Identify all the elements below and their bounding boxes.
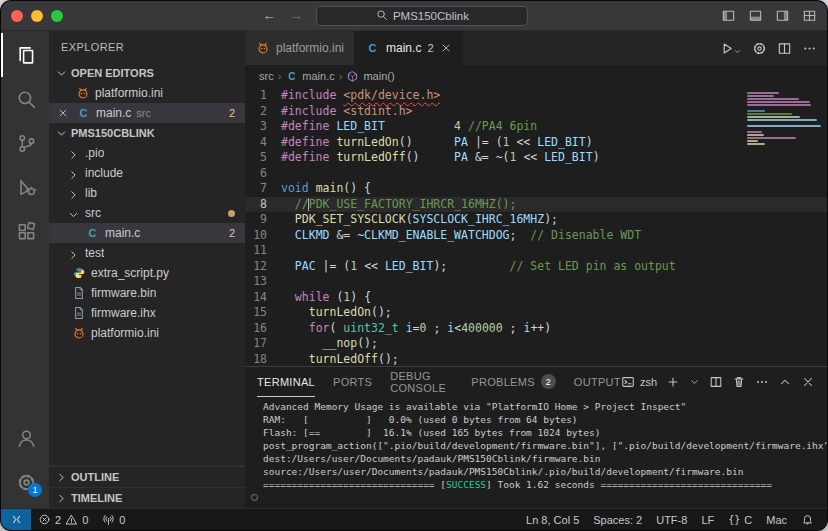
code-line-2[interactable]: 2 #include <stdint.h> [245,104,827,120]
line-number[interactable]: 16 [245,321,281,337]
activity-extensions-button[interactable] [1,209,49,253]
activity-source-control-button[interactable] [1,121,49,165]
tab-main.c[interactable]: C main.c 2 [355,31,462,65]
code-line-1[interactable]: 1 #include <pdk/device.h> [245,88,827,104]
toggle-secondary-sidebar-button[interactable] [775,8,790,23]
activity-settings-button[interactable]: 1 [1,460,49,504]
timeline-section[interactable]: TIMELINE [49,487,245,508]
code-line-10[interactable]: 10 CLKMD &= ~CLKMD_ENABLE_WATCHDOG; // D… [245,228,827,244]
ports-status[interactable]: 0 [95,509,132,530]
code-line-6[interactable]: 6 [245,166,827,182]
code-line-18[interactable]: 18 turnLedOff(); [245,352,827,367]
panel-tab-ports[interactable]: PORTS [333,367,372,397]
line-number[interactable]: 18 [245,352,281,367]
kill-terminal-button[interactable] [732,375,746,389]
line-number[interactable]: 13 [245,274,281,290]
line-number[interactable]: 10 [245,228,281,244]
minimize-window-button[interactable] [31,10,43,22]
line-number[interactable]: 9 [245,212,281,228]
tree-item-extra_script.py[interactable]: extra_script.py [49,263,245,283]
tree-item-include[interactable]: include [49,163,245,183]
back-button[interactable]: ← [262,8,275,23]
run-file-button[interactable] [720,41,742,56]
forward-button[interactable]: → [289,8,302,23]
breadcrumb-main.c[interactable]: Cmain.c [285,70,334,83]
close-panel-button[interactable] [801,375,815,389]
panel-tab-debug-console[interactable]: DEBUG CONSOLE [390,367,453,397]
zoom-window-button[interactable] [51,10,63,22]
line-number[interactable]: 4 [245,135,281,151]
line-number[interactable]: 17 [245,336,281,352]
project-root[interactable]: PMS150CBLINK [49,123,245,143]
keymap[interactable]: Mac [759,509,794,530]
open-editor-platformio.ini[interactable]: platformio.ini [49,83,245,103]
code-line-17[interactable]: 17 __nop(); [245,336,827,352]
breadcrumb-src[interactable]: src [259,70,274,82]
close-window-button[interactable] [11,10,23,22]
problems-status[interactable]: 2 0 [31,509,95,530]
activity-account-button[interactable] [1,416,49,460]
customize-layout-button[interactable] [802,8,817,23]
tree-item-main.c[interactable]: C main.c 2 [49,223,245,243]
split-editor-button[interactable] [777,41,792,56]
activity-search-button[interactable] [1,77,49,121]
tree-item-firmware.ihx[interactable]: firmware.ihx [49,303,245,323]
terminal-prompt[interactable]: (base) user@Mac-Book-Pro-16 PMS150Cblink… [263,491,819,508]
line-number[interactable]: 11 [245,243,281,259]
line-number[interactable]: 12 [245,259,281,275]
line-number[interactable]: 7 [245,181,281,197]
code-line-12[interactable]: 12 PAC |= (1 << LED_BIT); // Set LED pin… [245,259,827,275]
code-line-16[interactable]: 16 for( uint32_t i=0 ; i<400000 ; i++) [245,321,827,337]
line-number[interactable]: 6 [245,166,281,182]
indentation[interactable]: Spaces: 2 [586,509,649,530]
close-editor-button[interactable] [55,107,71,119]
code-line-9[interactable]: 9 PDK_SET_SYSCLOCK(SYSCLOCK_IHRC_16MHZ); [245,212,827,228]
new-terminal-button[interactable] [666,375,680,389]
code-line-13[interactable]: 13 [245,274,827,290]
line-number[interactable]: 3 [245,119,281,135]
outline-section[interactable]: OUTLINE [49,466,245,487]
tab-platformio.ini[interactable]: platformio.ini [245,31,355,65]
cursor-position[interactable]: Ln 8, Col 5 [519,509,586,530]
split-terminal-button[interactable] [709,375,723,389]
configure-button[interactable] [752,41,767,56]
toggle-panel-button[interactable] [748,8,763,23]
code-line-8[interactable]: 8 //PDK_USE_FACTORY_IHRCR_16MHZ(); [245,197,827,213]
toggle-sidebar-button[interactable] [721,8,736,23]
code-line-11[interactable]: 11 [245,243,827,259]
minimap[interactable] [743,89,825,149]
code-line-7[interactable]: 7 void main() { [245,181,827,197]
activity-run-debug-button[interactable] [1,165,49,209]
code-editor[interactable]: 1 #include <pdk/device.h> 2 #include <st… [245,87,827,366]
language-mode[interactable]: {}C [721,509,759,530]
code-line-15[interactable]: 15 turnLedOn(); [245,305,827,321]
line-number[interactable]: 5 [245,150,281,166]
panel-tab-terminal[interactable]: TERMINAL [257,367,315,397]
line-number[interactable]: 15 [245,305,281,321]
terminal-output[interactable]: Advanced Memory Usage is available via "… [245,397,827,508]
line-number[interactable]: 8 [245,197,281,213]
line-number[interactable]: 14 [245,290,281,306]
command-center-search[interactable]: PMS150Cblink [316,6,528,26]
code-line-14[interactable]: 14 while (1) { [245,290,827,306]
eol[interactable]: LF [694,509,721,530]
tree-item-lib[interactable]: lib [49,183,245,203]
tree-item-firmware.bin[interactable]: firmware.bin [49,283,245,303]
more-actions-button[interactable] [802,41,817,56]
code-line-5[interactable]: 5 #define turnLedOff() PA &= ~(1 << LED_… [245,150,827,166]
tree-item-platformio.ini[interactable]: platformio.ini [49,323,245,343]
breadcrumb-main()[interactable]: main() [346,70,394,83]
shell-selector[interactable]: zsh [621,375,657,389]
panel-tab-problems[interactable]: PROBLEMS 2 [471,367,556,397]
remote-indicator[interactable] [1,509,31,530]
activity-explorer-button[interactable] [1,33,49,77]
maximize-panel-button[interactable] [778,375,792,389]
terminal-dropdown-button[interactable] [689,375,700,389]
tree-item-test[interactable]: test [49,243,245,263]
open-editors-section[interactable]: OPEN EDITORS [49,63,245,83]
encoding[interactable]: UTF-8 [649,509,694,530]
line-number[interactable]: 2 [245,104,281,120]
code-line-4[interactable]: 4 #define turnLedOn() PA |= (1 << LED_BI… [245,135,827,151]
notifications-button[interactable] [794,509,821,530]
tree-item-.pio[interactable]: .pio [49,143,245,163]
